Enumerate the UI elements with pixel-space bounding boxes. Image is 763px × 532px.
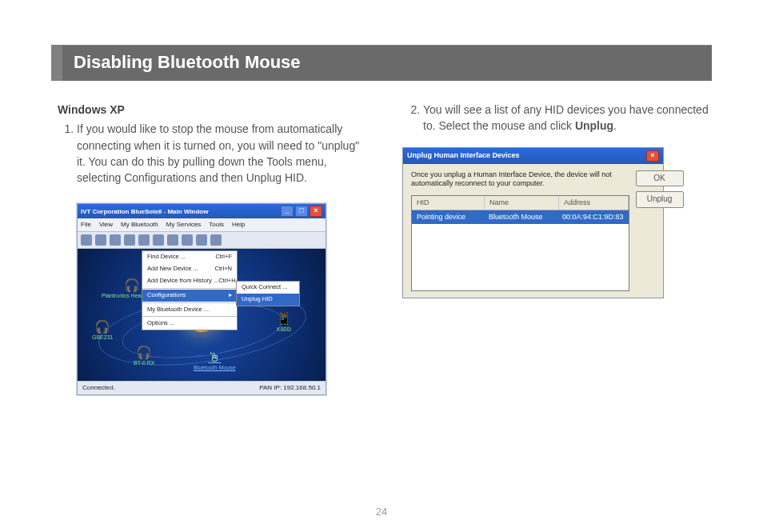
menu-item-find-device[interactable]: Find Device ...Ctrl+F (142, 251, 237, 263)
status-ip: PAN IP: 192.168.50.1 (259, 383, 321, 393)
hid-list[interactable]: HID Name Address Pointing device Bluetoo… (411, 195, 629, 291)
device-k800i[interactable]: 📱 K800i (276, 313, 292, 334)
window-titlebar: IVT Corporation BlueSoleil - Main Window… (78, 204, 326, 218)
menu-item-add-new-device[interactable]: Add New Device ...Ctrl+N (142, 263, 237, 275)
column-header-hid[interactable]: HID (412, 196, 485, 210)
toolbar-icon[interactable] (182, 234, 193, 246)
dialog-description: Once you unplug a Human Interface Device… (411, 170, 629, 189)
tools-dropdown[interactable]: Find Device ...Ctrl+F Add New Device ...… (142, 250, 238, 330)
toolbar-icon[interactable] (138, 234, 150, 246)
status-bar: Connected. PAN IP: 192.168.50.1 (78, 381, 326, 394)
toolbar (78, 232, 326, 249)
step-1: If you would like to stop the mouse from… (77, 121, 366, 186)
toolbar-icon[interactable] (81, 234, 92, 246)
menu-item-add-from-history[interactable]: Add Device from History ...Ctrl+H (142, 275, 237, 287)
device-gbe231[interactable]: 🎧 GBE231 (92, 321, 113, 342)
right-column: You will see a list of any HID devices y… (397, 102, 712, 395)
subheading-windows-xp: Windows XP (54, 102, 366, 118)
column-header-address[interactable]: Address (559, 196, 629, 210)
unplug-button[interactable]: Unplug (636, 191, 684, 208)
heading-accent-bar (51, 45, 62, 81)
menu-item-configurations[interactable]: Configurations▸ (142, 290, 237, 302)
screenshot-unplug-hid-dialog: Unplug Human Interface Devices × Once yo… (402, 147, 664, 298)
menu-item-options[interactable]: Options ... (142, 318, 237, 330)
toolbar-icon[interactable] (196, 234, 207, 246)
dialog-titlebar: Unplug Human Interface Devices × (403, 148, 663, 164)
window-title-text: IVT Corporation BlueSoleil - Main Window (81, 207, 208, 217)
menu-my-services[interactable]: My Services (166, 220, 202, 230)
menu-bar: File View My Bluetooth My Services Tools… (78, 218, 326, 232)
phone-icon: 📱 (276, 313, 292, 326)
screenshot-bluesoleil-main-window: IVT Corporation BlueSoleil - Main Window… (77, 203, 326, 394)
maximize-icon[interactable]: □ (295, 206, 308, 217)
menu-tools[interactable]: Tools (209, 220, 224, 230)
menu-item-my-bt-device[interactable]: My Bluetooth Device ... (142, 304, 237, 316)
page-title: Disabling Bluetooth Mouse (62, 45, 712, 81)
list-row-selected[interactable]: Pointing device Bluetooth Mouse 00:0A:94… (412, 210, 629, 224)
close-icon[interactable]: × (310, 206, 322, 217)
close-icon[interactable]: × (646, 150, 659, 162)
list-header: HID Name Address (412, 196, 629, 210)
menu-my-bluetooth[interactable]: My Bluetooth (121, 220, 158, 230)
menu-help[interactable]: Help (232, 220, 245, 230)
mouse-icon: 🖱 (194, 351, 236, 364)
step-2: You will see a list of any HID devices y… (423, 102, 712, 134)
workspace-orbit-view: 🎧 Plantronics Headphones 🎧 GBE231 🎧 BT-6… (78, 249, 326, 381)
page-number: 24 (0, 506, 763, 518)
status-text: Connected. (82, 383, 115, 393)
headphones-icon: 🎧 (134, 346, 154, 359)
minimize-icon[interactable]: _ (281, 206, 294, 217)
menu-file[interactable]: File (81, 220, 91, 230)
toolbar-icon[interactable] (95, 234, 106, 246)
column-header-name[interactable]: Name (485, 196, 559, 210)
toolbar-icon[interactable] (210, 234, 222, 246)
toolbar-icon[interactable] (167, 234, 178, 246)
toolbar-icon[interactable] (124, 234, 135, 246)
menu-view[interactable]: View (99, 220, 113, 230)
left-column: Windows XP If you would like to stop the… (51, 102, 366, 395)
toolbar-icon[interactable] (110, 234, 121, 246)
device-bluetooth-mouse[interactable]: 🖱 Bluetooth Mouse (194, 351, 236, 372)
menu-item-unplug-hid[interactable]: Unplug HID (237, 294, 299, 306)
toolbar-icon[interactable] (153, 234, 164, 246)
ok-button[interactable]: OK (636, 170, 684, 187)
device-bt6rx[interactable]: 🎧 BT-6 RX (134, 346, 154, 367)
menu-item-quick-connect[interactable]: Quick Connect ... (237, 282, 299, 294)
headphones-icon: 🎧 (92, 321, 113, 334)
dialog-title-text: Unplug Human Interface Devices (407, 150, 520, 161)
configurations-submenu[interactable]: Quick Connect ... Unplug HID (236, 281, 300, 306)
